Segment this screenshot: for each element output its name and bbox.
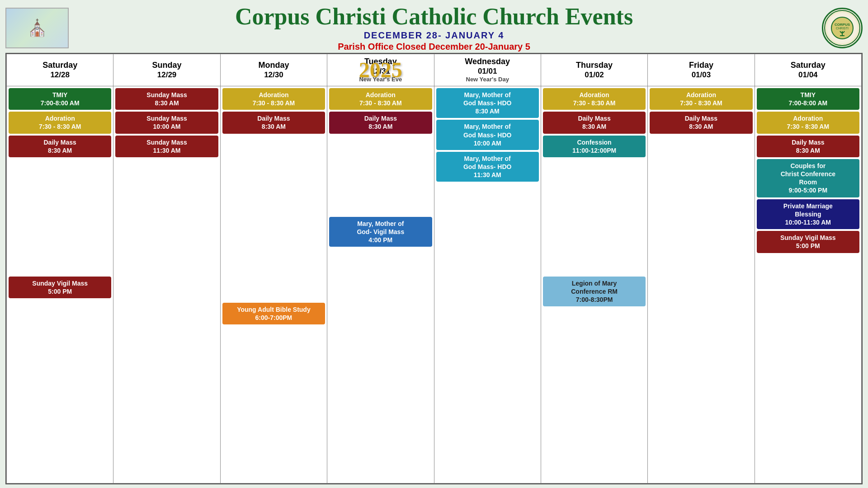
event-adoration-sat28: Adoration7:30 - 8:30 AM xyxy=(9,112,111,133)
event-adoration-sat04: Adoration7:30 - 8:30 AM xyxy=(757,112,859,133)
church-icon: ⛪ xyxy=(27,19,47,38)
calendar-body-row: TMIY7:00-8:00 AM Adoration7:30 - 8:30 AM… xyxy=(7,86,862,483)
logo-inner: CORPUS CHRISTI xyxy=(824,10,860,46)
event-adoration-fri: Adoration7:30 - 8:30 AM xyxy=(650,88,752,110)
cell-sun29: Sunday Mass8:30 AM Sunday Mass10:00 AM S… xyxy=(113,86,220,483)
event-confession: Confession11:00-12:00PM xyxy=(543,136,646,157)
day-date: 12/30 xyxy=(222,70,325,80)
col-header-mon30: Monday 12/30 xyxy=(220,54,327,86)
day-name: Saturday xyxy=(757,61,859,70)
event-dailymass-tue: Daily Mass8:30 AM xyxy=(329,112,432,133)
day-name: Friday xyxy=(650,61,752,70)
event-sundaymass-1000: Sunday Mass10:00 AM xyxy=(115,112,218,133)
page: ⛪ Corpus Christi Catholic Church Events … xyxy=(0,0,868,488)
svg-text:CORPUS: CORPUS xyxy=(835,23,850,27)
day-name: Saturday xyxy=(9,61,111,70)
page-title: Corpus Christi Catholic Church Events xyxy=(235,4,633,29)
col-header-fri03: Friday 01/03 xyxy=(648,54,755,86)
event-hdo-1130: Mary, Mother ofGod Mass- HDO11:30 AM xyxy=(436,152,539,182)
date-range: DECEMBER 28- JANUARY 4 xyxy=(235,30,633,41)
day-date: 12/31 xyxy=(329,67,432,76)
col-header-sat04: Saturday 01/04 xyxy=(755,54,861,86)
event-vigilmass-tue: Mary, Mother ofGod- Vigil Mass4:00 PM xyxy=(329,217,432,247)
day-date: 01/01 xyxy=(436,67,539,76)
cell-mon30: Adoration7:30 - 8:30 AM Daily Mass8:30 A… xyxy=(220,86,327,483)
event-adoration-tue: Adoration7:30 - 8:30 AM xyxy=(329,88,432,110)
calendar-table: Saturday 12/28 Sunday 12/29 Monday 12/30… xyxy=(6,54,862,483)
col-header-wed01: Wednesday 01/01 New Year's Day xyxy=(434,54,541,86)
svg-text:CHRISTI: CHRISTI xyxy=(836,27,849,30)
day-date: 12/29 xyxy=(115,70,218,80)
event-couples-christ: Couples forChrist ConferenceRoom9:00-5:0… xyxy=(757,159,859,197)
event-legion-mary: Legion of MaryConference RM7:00-8:30PM xyxy=(543,277,646,307)
event-adoration-mon: Adoration7:30 - 8:30 AM xyxy=(222,88,325,110)
event-hdo-830: Mary, Mother ofGod Mass- HDO8:30 AM xyxy=(436,88,539,118)
day-date: 12/28 xyxy=(9,70,111,80)
day-name: Monday xyxy=(222,61,325,70)
church-image: ⛪ xyxy=(5,8,69,48)
day-name: Sunday xyxy=(115,61,218,70)
cell-fri03: Adoration7:30 - 8:30 AM Daily Mass8:30 A… xyxy=(648,86,755,483)
sub-label: New Year's Eve xyxy=(329,76,432,83)
cell-wed01: Mary, Mother ofGod Mass- HDO8:30 AM Mary… xyxy=(434,86,541,483)
day-date: 01/02 xyxy=(543,70,646,80)
sub-label: New Year's Day xyxy=(436,76,539,83)
parish-notice: Parish Office Closed December 20-January… xyxy=(235,42,633,52)
cell-sat04: TMIY7:00-8:00 AM Adoration7:30 - 8:30 AM… xyxy=(755,86,861,483)
col-header-sat28: Saturday 12/28 xyxy=(7,54,113,86)
calendar: Saturday 12/28 Sunday 12/29 Monday 12/30… xyxy=(5,53,863,484)
event-adoration-thu: Adoration7:30 - 8:30 AM xyxy=(543,88,646,110)
event-tmiy-sat28: TMIY7:00-8:00 AM xyxy=(9,88,111,110)
day-name: Wednesday xyxy=(436,57,539,67)
event-private-marriage: Private MarriageBlessing10:00-11:30 AM xyxy=(757,199,859,230)
event-tmiy-sat04: TMIY7:00-8:00 AM xyxy=(757,88,859,110)
header-center: Corpus Christi Catholic Church Events DE… xyxy=(235,4,633,52)
church-logo: CORPUS CHRISTI xyxy=(822,8,863,48)
day-date: 01/03 xyxy=(650,70,752,80)
day-name: Thursday xyxy=(543,61,646,70)
col-header-thu02: Thursday 01/02 xyxy=(541,54,647,86)
event-vigil-sat04: Sunday Vigil Mass5:00 PM xyxy=(757,231,859,253)
event-vigil-sat28: Sunday Vigil Mass5:00 PM xyxy=(9,277,111,298)
event-dailymass-sat04: Daily Mass8:30 AM xyxy=(757,136,859,157)
cell-sat28: TMIY7:00-8:00 AM Adoration7:30 - 8:30 AM… xyxy=(7,86,113,483)
header: ⛪ Corpus Christi Catholic Church Events … xyxy=(5,4,863,52)
chalice-icon: CORPUS CHRISTI xyxy=(831,17,854,39)
event-dailymass-thu: Daily Mass8:30 AM xyxy=(543,112,646,133)
day-name: Tuesday xyxy=(329,57,432,67)
event-hdo-1000: Mary, Mother ofGod Mass- HDO10:00 AM xyxy=(436,120,539,150)
day-date: 01/04 xyxy=(757,70,859,80)
event-dailymass-mon: Daily Mass8:30 AM xyxy=(222,112,325,133)
event-sundaymass-830: Sunday Mass8:30 AM xyxy=(115,88,218,110)
event-biblestudy: Young Adult Bible Study6:00-7:00PM xyxy=(222,303,325,324)
col-header-sun29: Sunday 12/29 xyxy=(113,54,220,86)
cell-tue31: Adoration7:30 - 8:30 AM Daily Mass8:30 A… xyxy=(327,86,434,483)
cell-thu02: Adoration7:30 - 8:30 AM Daily Mass8:30 A… xyxy=(541,86,647,483)
event-sundaymass-1130: Sunday Mass11:30 AM xyxy=(115,136,218,157)
col-header-tue31: Tuesday 12/31 New Year's Eve 2025 xyxy=(327,54,434,86)
event-dailymass-fri: Daily Mass8:30 AM xyxy=(650,112,752,133)
event-dailymass-sat28: Daily Mass8:30 AM xyxy=(9,136,111,157)
